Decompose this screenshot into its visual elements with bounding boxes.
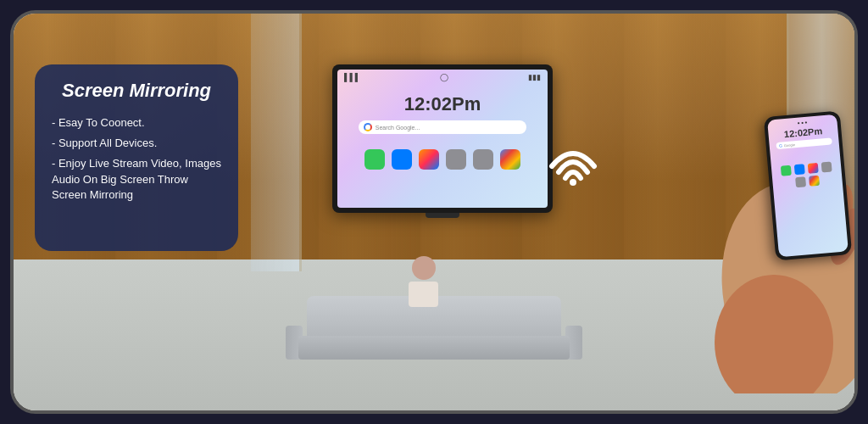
person-head bbox=[412, 256, 436, 280]
tv-screen: ▌▌▌ ◯ ▮▮▮ 12:02Pm Search Google... bbox=[337, 70, 548, 208]
tv-chrome-icon bbox=[500, 149, 520, 170]
tv-app-icons bbox=[337, 149, 548, 170]
tv-camera-icon bbox=[446, 149, 466, 170]
info-item-1: - Esay To Coonect. bbox=[52, 115, 221, 131]
phone-icon-chrome bbox=[809, 176, 820, 187]
tv-time: 12:02Pm bbox=[337, 93, 548, 115]
phone-google-text: G bbox=[779, 142, 782, 148]
wifi-icon bbox=[543, 128, 603, 187]
tv-search-bar: Search Google... bbox=[359, 120, 526, 134]
tv-battery-icon: ▮▮▮ bbox=[528, 73, 541, 81]
tv-phone-icon bbox=[364, 149, 385, 170]
window-left bbox=[251, 14, 302, 271]
tv-settings-icon bbox=[473, 149, 493, 170]
phone-screen: ● ● ● 12:02Pm G Google bbox=[767, 114, 849, 258]
tv-status-bar: ▌▌▌ ◯ ▮▮▮ bbox=[337, 70, 548, 85]
info-item-3: - Enjoy Live Stream Video, Images Audio … bbox=[52, 156, 221, 203]
phone-icon-phone bbox=[781, 165, 792, 176]
tv-stand bbox=[426, 213, 459, 218]
app-container: ▌▌▌ ◯ ▮▮▮ 12:02Pm Search Google... bbox=[10, 10, 858, 414]
phone-search-placeholder: Google bbox=[784, 142, 795, 148]
tv-search-placeholder: Search Google... bbox=[376, 125, 420, 131]
info-item-2: - Support All Devices. bbox=[52, 136, 221, 151]
phone-icon-settings bbox=[795, 176, 806, 187]
phone-icon-mail bbox=[794, 164, 805, 175]
google-logo bbox=[364, 123, 372, 131]
sofa-seat bbox=[298, 336, 570, 360]
phone-hand-area: ● ● ● 12:02Pm G Google bbox=[681, 105, 858, 393]
phone-search-bar: G Google bbox=[776, 137, 832, 149]
tv-wifi-icon: ◯ bbox=[440, 73, 448, 81]
person-body bbox=[409, 282, 438, 307]
info-panel: Screen Mirroring - Esay To Coonect. - Su… bbox=[35, 64, 238, 251]
tv-frame: ▌▌▌ ◯ ▮▮▮ 12:02Pm Search Google... bbox=[332, 64, 553, 213]
phone-icon-photos bbox=[808, 163, 819, 174]
person-silhouette bbox=[409, 256, 438, 309]
phone-icon-camera bbox=[821, 161, 832, 172]
wifi-signal-area bbox=[543, 128, 603, 191]
tv-signal-bars: ▌▌▌ bbox=[344, 73, 360, 81]
tv-container: ▌▌▌ ◯ ▮▮▮ 12:02Pm Search Google... bbox=[332, 64, 553, 218]
svg-point-0 bbox=[570, 179, 576, 186]
phone-device: ● ● ● 12:02Pm G Google bbox=[764, 110, 852, 260]
tv-mail-icon bbox=[392, 149, 412, 170]
info-panel-title: Screen Mirroring bbox=[52, 80, 221, 102]
tv-photos-icon bbox=[419, 149, 439, 170]
